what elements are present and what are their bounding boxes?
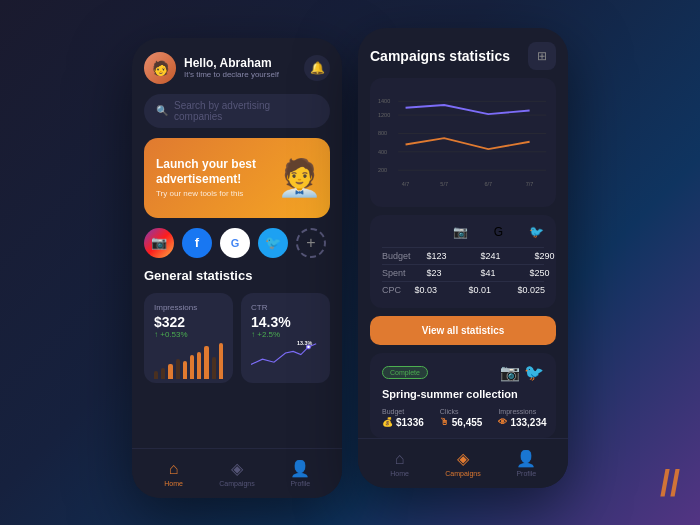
search-icon: 🔍 [156, 105, 168, 116]
left-bottom-nav: ⌂ Home ◈ Campaigns 👤 Profile [132, 448, 342, 498]
spent-tw: $250 [514, 268, 550, 278]
campaign-ig-icon: 📷 [500, 363, 520, 382]
right-phone: Campaigns statistics ⊞ 1400 1200 800 400… [358, 28, 568, 488]
cpc-row: CPC $0.03 $0.01 $0.025 [382, 281, 544, 298]
cpc-tw: $0.025 [509, 285, 545, 295]
impressions-metric: Impressions 👁 133,234 [498, 408, 546, 428]
twitter-icon[interactable]: 🐦 [258, 228, 288, 258]
campaigns-icon: ◈ [231, 459, 243, 478]
hello-text: Hello, Abraham [184, 56, 279, 70]
impressions-card: Impressions $322 +0.53% [144, 293, 233, 383]
right-bottom-nav: ⌂ Home ◈ Campaigns 👤 Profile [358, 438, 568, 488]
nav-campaigns[interactable]: ◈ Campaigns [205, 459, 268, 487]
campaigns-statistics-title: Campaigns statistics [370, 48, 510, 64]
impressions-label: Impressions [154, 303, 223, 312]
budget-metric-label: Budget [382, 408, 424, 415]
spent-label: Spent [382, 268, 406, 278]
budget-values: $123 $241 $290 [411, 251, 555, 261]
budget-metric-value: 💰 $1336 [382, 417, 424, 428]
social-icons-row: 📷 f G 🐦 + [144, 228, 330, 258]
campaign-tw-icon: 🐦 [524, 363, 544, 382]
impressions-change: +0.53% [154, 330, 223, 339]
twitter-platform-header-icon: 🐦 [529, 225, 544, 239]
ctr-card: CTR 14.3% +2.5% 13.3% [241, 293, 330, 383]
home-icon: ⌂ [169, 460, 179, 478]
budget-g: $241 [465, 251, 501, 261]
nav-profile[interactable]: 👤 Profile [269, 459, 332, 487]
right-nav-home-label: Home [390, 470, 409, 477]
budget-label: Budget [382, 251, 411, 261]
campaigns-chart: 1400 1200 800 400 200 4/7 5/7 6/7 7/7 [370, 78, 556, 207]
campaigns-header: Campaigns statistics ⊞ [370, 42, 556, 70]
general-statistics-title: General statistics [144, 268, 330, 283]
budget-row: Budget $123 $241 $290 [382, 247, 544, 264]
spent-ig: $23 [406, 268, 442, 278]
search-placeholder-text: Search by advertising companies [174, 100, 318, 122]
spent-row: Spent $23 $41 $250 [382, 264, 544, 281]
line-chart-svg: 1400 1200 800 400 200 4/7 5/7 6/7 7/7 [378, 88, 548, 201]
nav-home[interactable]: ⌂ Home [142, 460, 205, 487]
right-nav-campaigns[interactable]: ◈ Campaigns [431, 449, 494, 477]
budget-metric: Budget 💰 $1336 [382, 408, 424, 428]
stats-table: 📷 G 🐦 Budget $123 $241 $290 Spent $23 $4… [370, 215, 556, 308]
right-home-icon: ⌂ [395, 450, 405, 468]
clicks-metric: Clicks 🖱 56,455 [440, 408, 483, 428]
table-header: 📷 G 🐦 [382, 225, 544, 239]
svg-text:1400: 1400 [378, 98, 390, 104]
ctr-value: 14.3% [251, 314, 320, 330]
campaign-card: Complete 📷 🐦 Spring-summer collection Bu… [370, 353, 556, 438]
right-profile-icon: 👤 [516, 449, 536, 468]
banner-decoration-icon: 🧑‍💼 [277, 157, 322, 199]
add-platform-button[interactable]: + [296, 228, 326, 258]
view-all-button[interactable]: View all statistics [370, 316, 556, 345]
promo-banner[interactable]: Launch your best advertisement! Try our … [144, 138, 330, 218]
cpc-values: $0.03 $0.01 $0.025 [401, 285, 545, 295]
budget-metric-icon: 💰 [382, 417, 393, 427]
svg-text:4/7: 4/7 [402, 180, 410, 186]
cpc-ig: $0.03 [401, 285, 437, 295]
ctr-line-chart: 13.3% [251, 333, 320, 373]
cpc-label: CPC [382, 285, 401, 295]
clicks-metric-value: 🖱 56,455 [440, 417, 483, 428]
impressions-metric-value: 👁 133,234 [498, 417, 546, 428]
left-header: 🧑 Hello, Abraham It's time to declare yo… [144, 52, 330, 84]
facebook-icon[interactable]: f [182, 228, 212, 258]
svg-text:7/7: 7/7 [526, 180, 534, 186]
profile-icon: 👤 [290, 459, 310, 478]
impressions-metric-icon: 👁 [498, 417, 507, 427]
campaign-metrics: Budget 💰 $1336 Clicks 🖱 56,455 Impressio… [382, 408, 544, 428]
filter-button[interactable]: ⊞ [528, 42, 556, 70]
campaign-platforms: 📷 🐦 [500, 363, 544, 382]
right-nav-profile[interactable]: 👤 Profile [495, 449, 558, 477]
ig-platform-header-icon: 📷 [453, 225, 468, 239]
svg-text:800: 800 [378, 130, 387, 136]
instagram-icon[interactable]: 📷 [144, 228, 174, 258]
status-badge: Complete [382, 366, 428, 379]
svg-text:13.3%: 13.3% [297, 340, 312, 346]
nav-home-label: Home [164, 480, 183, 487]
notification-bell-icon[interactable]: 🔔 [304, 55, 330, 81]
subtitle-text: It's time to declare yourself [184, 70, 279, 79]
right-nav-profile-label: Profile [516, 470, 536, 477]
svg-text:200: 200 [378, 167, 387, 173]
campaign-name: Spring-summer collection [382, 388, 544, 400]
budget-tw: $290 [519, 251, 555, 261]
right-nav-campaigns-label: Campaigns [445, 470, 480, 477]
svg-text:6/7: 6/7 [484, 180, 492, 186]
avatar: 🧑 [144, 52, 176, 84]
right-nav-home[interactable]: ⌂ Home [368, 450, 431, 477]
impressions-bar-chart [154, 343, 223, 379]
spent-g: $41 [460, 268, 496, 278]
campaign-card-header: Complete 📷 🐦 [382, 363, 544, 382]
stats-row: Impressions $322 +0.53% CT [144, 293, 330, 383]
banner-title: Launch your best advertisement! [156, 157, 266, 186]
clicks-metric-label: Clicks [440, 408, 483, 415]
right-campaigns-icon: ◈ [457, 449, 469, 468]
google-icon[interactable]: G [220, 228, 250, 258]
svg-text:1200: 1200 [378, 111, 390, 117]
nav-campaigns-label: Campaigns [219, 480, 254, 487]
svg-text:5/7: 5/7 [440, 180, 448, 186]
clicks-metric-icon: 🖱 [440, 417, 449, 427]
user-greeting: 🧑 Hello, Abraham It's time to declare yo… [144, 52, 279, 84]
search-bar[interactable]: 🔍 Search by advertising companies [144, 94, 330, 128]
